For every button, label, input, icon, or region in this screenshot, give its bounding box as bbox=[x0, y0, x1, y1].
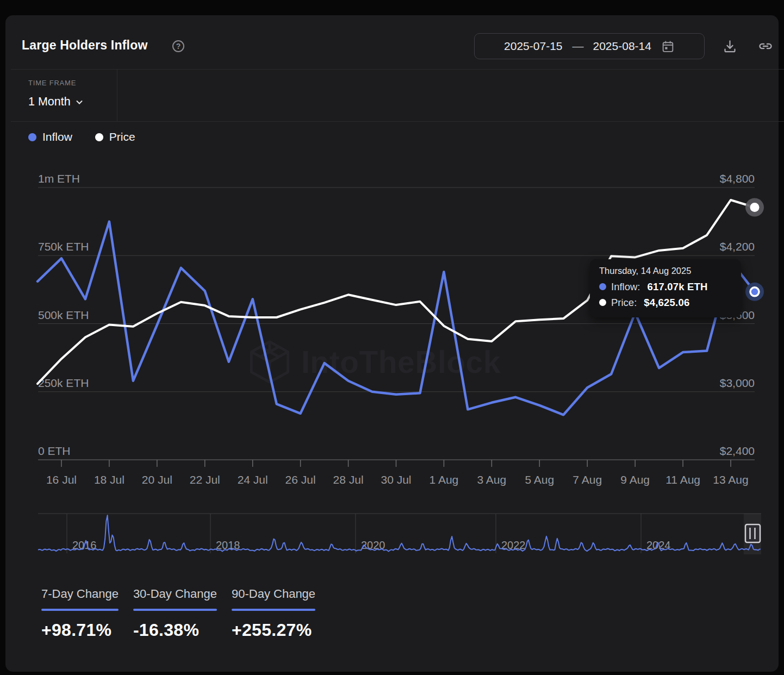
date-start: 2025-07-15 bbox=[504, 40, 562, 53]
stat-underline bbox=[41, 609, 119, 611]
stat-7-day-label: 7-Day Change bbox=[41, 587, 119, 601]
stat-7-day: 7-Day Change +98.71% bbox=[41, 587, 119, 640]
svg-text:24 Jul: 24 Jul bbox=[238, 473, 268, 486]
legend-item-inflow[interactable]: Inflow bbox=[28, 130, 72, 143]
svg-text:0 ETH: 0 ETH bbox=[38, 445, 71, 457]
time-frame-label: TIME FRAME bbox=[28, 79, 76, 87]
svg-text:7 Aug: 7 Aug bbox=[573, 473, 602, 486]
tooltip-inflow-label: Inflow: bbox=[611, 279, 640, 295]
svg-text:1 Aug: 1 Aug bbox=[430, 473, 459, 486]
stat-underline bbox=[133, 609, 217, 611]
svg-text:3 Aug: 3 Aug bbox=[477, 473, 506, 486]
date-end: 2025-08-14 bbox=[593, 40, 651, 53]
stat-7-day-value: +98.71% bbox=[41, 620, 119, 640]
chart-card: Large Holders Inflow ? 2025-07-15 — 2025… bbox=[5, 15, 779, 672]
stat-30-day-label: 30-Day Change bbox=[133, 587, 217, 601]
legend-inflow-label: Inflow bbox=[42, 130, 72, 143]
svg-text:18 Jul: 18 Jul bbox=[94, 473, 125, 486]
svg-text:1m ETH: 1m ETH bbox=[38, 172, 80, 185]
legend: Inflow Price bbox=[28, 130, 135, 143]
price-dot-icon bbox=[599, 299, 606, 306]
svg-text:11 Aug: 11 Aug bbox=[665, 473, 700, 486]
svg-text:20 Jul: 20 Jul bbox=[142, 473, 172, 486]
inflow-dot-icon bbox=[599, 283, 606, 290]
price-dot-icon bbox=[95, 133, 103, 141]
time-frame-value: 1 Month bbox=[28, 95, 71, 109]
chevron-down-icon bbox=[75, 98, 84, 107]
tooltip-date: Thursday, 14 Aug 2025 bbox=[599, 266, 732, 276]
legend-price-label: Price bbox=[109, 130, 135, 143]
svg-text:$3,000: $3,000 bbox=[720, 377, 755, 389]
download-button[interactable] bbox=[719, 36, 741, 57]
svg-text:$4,200: $4,200 bbox=[720, 240, 755, 253]
svg-text:750k ETH: 750k ETH bbox=[38, 240, 89, 253]
svg-text:22 Jul: 22 Jul bbox=[190, 473, 220, 486]
navigator-minichart[interactable]: 20162018202020222024 bbox=[5, 507, 784, 561]
stat-90-day-label: 90-Day Change bbox=[232, 587, 315, 601]
svg-text:$2,400: $2,400 bbox=[720, 445, 755, 457]
inflow-dot-icon bbox=[28, 133, 36, 141]
stat-underline bbox=[232, 609, 315, 611]
controls-divider bbox=[11, 121, 784, 122]
tooltip-inflow-value: 617.07k ETH bbox=[647, 279, 707, 295]
help-icon[interactable]: ? bbox=[172, 40, 185, 53]
tooltip-price-label: Price: bbox=[611, 295, 637, 310]
stat-90-day: 90-Day Change +255.27% bbox=[232, 587, 315, 640]
brush-handle-icon[interactable] bbox=[745, 524, 760, 542]
svg-text:250k ETH: 250k ETH bbox=[38, 377, 89, 389]
chart-tooltip: Thursday, 14 Aug 2025 Inflow: 617.07k ET… bbox=[590, 259, 741, 317]
main-chart[interactable]: 0 ETH$2,400250k ETH$3,000500k ETH$3,6007… bbox=[5, 154, 784, 493]
svg-text:9 Aug: 9 Aug bbox=[620, 473, 650, 486]
svg-text:13 Aug: 13 Aug bbox=[713, 473, 748, 486]
tooltip-price-row: Price: $4,625.06 bbox=[599, 295, 732, 310]
svg-text:500k ETH: 500k ETH bbox=[38, 309, 89, 321]
share-link-icon[interactable] bbox=[755, 36, 776, 57]
svg-text:16 Jul: 16 Jul bbox=[46, 473, 77, 486]
svg-text:5 Aug: 5 Aug bbox=[525, 473, 554, 486]
header-divider bbox=[11, 69, 784, 70]
stat-30-day-value: -16.38% bbox=[133, 620, 217, 640]
large-holders-inflow-widget: Large Holders Inflow ? 2025-07-15 — 2025… bbox=[0, 0, 784, 675]
change-stats: 7-Day Change +98.71% 30-Day Change -16.3… bbox=[41, 587, 315, 640]
svg-text:28 Jul: 28 Jul bbox=[333, 473, 364, 486]
stat-30-day: 30-Day Change -16.38% bbox=[133, 587, 217, 640]
svg-text:30 Jul: 30 Jul bbox=[381, 473, 411, 486]
tooltip-price-value: $4,625.06 bbox=[644, 295, 689, 310]
svg-text:$4,800: $4,800 bbox=[720, 172, 755, 185]
page-title: Large Holders Inflow bbox=[22, 38, 147, 53]
svg-text:26 Jul: 26 Jul bbox=[285, 473, 316, 486]
legend-item-price[interactable]: Price bbox=[95, 130, 135, 143]
time-frame-dropdown[interactable]: 1 Month bbox=[28, 95, 84, 109]
tooltip-inflow-row: Inflow: 617.07k ETH bbox=[599, 279, 732, 295]
stat-90-day-value: +255.27% bbox=[232, 620, 315, 640]
date-range-picker[interactable]: 2025-07-15 — 2025-08-14 bbox=[474, 33, 705, 59]
svg-text:?: ? bbox=[176, 42, 181, 51]
calendar-icon bbox=[661, 40, 675, 53]
date-separator: — bbox=[573, 40, 583, 53]
